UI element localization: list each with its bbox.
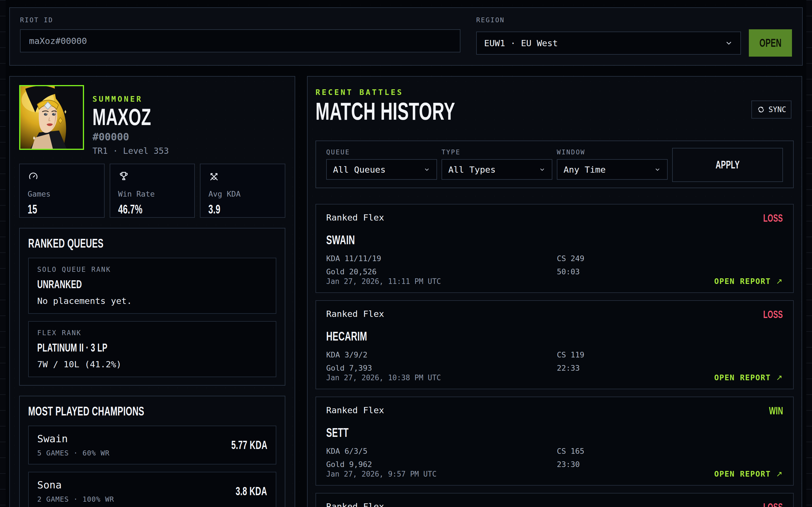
queue-filter-label: QUEUE <box>326 149 437 156</box>
stat-value: 46.7% <box>118 202 143 216</box>
region-group: REGION EUW1 · EU West OPEN <box>476 16 792 57</box>
match-filters: QUEUE All Queues TYPE All Types WINDOW A… <box>315 140 794 188</box>
match-duration: 50:03 <box>557 267 783 276</box>
open-report-label: OPEN REPORT <box>714 469 771 478</box>
stat-card-kda: Avg KDA 3.9 <box>200 164 285 218</box>
champion-kda: 5.77 KDA <box>231 438 267 452</box>
match-gold: Gold 7,393 <box>326 363 557 372</box>
search-bar: RIOT ID REGION EUW1 · EU West OPEN <box>9 7 803 66</box>
window-filter-group: WINDOW Any Time <box>557 149 668 180</box>
type-filter-group: TYPE All Types <box>442 149 552 180</box>
match-history-title: MATCH HISTORY <box>315 100 455 122</box>
queue-filter-group: QUEUE All Queues <box>326 149 437 180</box>
left-edge-texture <box>0 0 6 507</box>
type-filter-label: TYPE <box>442 149 552 156</box>
champion-meta: 2 GAMES · 100% WR <box>37 495 114 503</box>
match-queue: Ranked Flex <box>326 212 384 223</box>
match-result-badge: LOSS <box>763 501 783 507</box>
window-filter-value: Any Time <box>564 165 606 175</box>
avatar <box>19 85 84 150</box>
match-kda: KDA 11/11/19 <box>326 254 557 263</box>
riot-id-input[interactable] <box>20 29 460 52</box>
match-card: Ranked Flex LOSS HECARIM KDA 3/9/2 CS 11… <box>315 300 794 389</box>
summoner-info: SUMMONER MAXOZ #00000 TR1 · Level 353 <box>93 85 179 156</box>
summary-stats: Games 15 Win Rate 46.7% Avg KDA 3.9 <box>19 164 285 218</box>
open-report-label: OPEN REPORT <box>714 373 771 382</box>
queue-filter-select[interactable]: All Queues <box>326 159 437 180</box>
refresh-icon <box>757 105 765 114</box>
match-cs: CS 119 <box>557 350 783 359</box>
summoner-name: MAXOZ <box>93 106 151 128</box>
champion-portrait-image <box>20 86 83 149</box>
match-champion: SETT <box>326 425 349 440</box>
champion-kda: 3.8 KDA <box>236 485 267 498</box>
match-duration: 22:33 <box>557 363 783 372</box>
rank-value: UNRANKED <box>37 278 82 291</box>
most-played-section: MOST PLAYED CHAMPIONS Swain 5 GAMES · 60… <box>19 396 285 507</box>
open-report-link[interactable]: OPEN REPORT ↗ <box>714 469 783 478</box>
ranked-queues-title: RANKED QUEUES <box>28 236 103 250</box>
match-card: Ranked Flex LOSS SWAIN KDA 11/11/19 CS 2… <box>315 204 794 293</box>
right-edge-texture <box>806 0 812 507</box>
open-report-link[interactable]: OPEN REPORT ↗ <box>714 277 783 286</box>
champion-name: Swain <box>37 433 110 445</box>
region-label: REGION <box>476 16 792 24</box>
open-report-label: OPEN REPORT <box>714 277 771 286</box>
most-played-title: MOST PLAYED CHAMPIONS <box>28 404 144 418</box>
stat-label: Win Rate <box>118 189 187 198</box>
rank-label: FLEX RANK <box>37 329 267 337</box>
match-champion: SWAIN <box>326 233 355 247</box>
region-select[interactable]: EUW1 · EU West <box>476 32 741 55</box>
open-button[interactable]: OPEN <box>749 29 792 57</box>
sync-button-label: SYNC <box>769 105 786 114</box>
match-gold: Gold 9,962 <box>326 460 557 469</box>
match-date: Jan 27, 2026, 9:57 PM UTC <box>326 470 437 478</box>
north-east-arrow-icon: ↗ <box>776 277 783 286</box>
trophy-icon <box>118 171 130 182</box>
stat-label: Avg KDA <box>208 189 277 198</box>
open-button-label: OPEN <box>759 37 781 49</box>
rank-detail: 7W / 10L (41.2%) <box>37 359 267 369</box>
match-result-badge: WIN <box>769 405 783 417</box>
stat-label: Games <box>28 189 96 198</box>
match-queue: Ranked Flex <box>326 309 384 319</box>
stat-card-games: Games 15 <box>19 164 105 218</box>
north-east-arrow-icon: ↗ <box>776 373 783 382</box>
rank-value: PLATINUM II · 3 LP <box>37 341 107 354</box>
summoner-tag: #00000 <box>93 131 179 143</box>
match-card: Ranked Flex WIN SETT KDA 6/3/5 CS 165 Go… <box>315 397 794 486</box>
summoner-profile: SUMMONER MAXOZ #00000 TR1 · Level 353 <box>19 85 285 156</box>
queue-filter-value: All Queues <box>333 165 386 175</box>
stat-value: 15 <box>28 202 37 216</box>
type-filter-select[interactable]: All Types <box>442 159 552 180</box>
window-filter-select[interactable]: Any Time <box>557 159 668 180</box>
summoner-panel: SUMMONER MAXOZ #00000 TR1 · Level 353 Ga… <box>9 76 295 507</box>
chevron-down-icon <box>423 166 430 173</box>
chevron-down-icon <box>725 39 733 47</box>
match-card: Ranked Flex LOSS <box>315 493 794 507</box>
window-filter-label: WINDOW <box>557 149 668 156</box>
ranked-queues-section: RANKED QUEUES SOLO QUEUE RANK UNRANKED N… <box>19 228 285 386</box>
solo-queue-rank-card: SOLO QUEUE RANK UNRANKED No placements y… <box>28 258 276 314</box>
stat-value: 3.9 <box>208 202 220 216</box>
match-duration: 23:30 <box>557 460 783 469</box>
rank-detail: No placements yet. <box>37 296 267 306</box>
champion-row: Sona 2 GAMES · 100% WR 3.8 KDA <box>28 472 276 507</box>
match-date: Jan 27, 2026, 11:11 PM UTC <box>326 277 441 286</box>
sync-button[interactable]: SYNC <box>751 101 792 119</box>
apply-button[interactable]: APPLY <box>672 148 783 182</box>
open-report-link[interactable]: OPEN REPORT ↗ <box>714 373 783 382</box>
match-queue: Ranked Flex <box>326 501 384 507</box>
flex-rank-card: FLEX RANK PLATINUM II · 3 LP 7W / 10L (4… <box>28 321 276 377</box>
match-cs: CS 165 <box>557 447 783 455</box>
match-date: Jan 27, 2026, 10:38 PM UTC <box>326 374 441 382</box>
match-queue: Ranked Flex <box>326 405 384 415</box>
match-result-badge: LOSS <box>763 212 783 224</box>
match-gold: Gold 20,526 <box>326 267 557 276</box>
region-select-value: EUW1 · EU West <box>484 38 558 48</box>
rank-label: SOLO QUEUE RANK <box>37 266 267 274</box>
riot-id-label: RIOT ID <box>20 16 460 24</box>
champion-meta: 5 GAMES · 60% WR <box>37 449 110 457</box>
apply-button-label: APPLY <box>716 159 740 171</box>
match-result-badge: LOSS <box>763 309 783 321</box>
